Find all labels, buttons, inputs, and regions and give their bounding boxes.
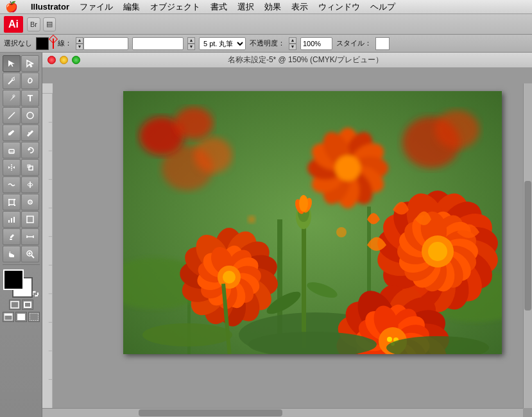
menu-edit[interactable]: 編集 bbox=[123, 1, 140, 13]
tool-row-9 bbox=[3, 194, 39, 210]
ruler-vertical bbox=[42, 94, 53, 408]
opacity-input[interactable] bbox=[300, 37, 332, 50]
svg-rect-21 bbox=[8, 205, 10, 206]
svg-rect-19 bbox=[8, 199, 10, 200]
measure-tool[interactable] bbox=[21, 228, 39, 245]
menu-help[interactable]: ヘルプ bbox=[370, 1, 395, 13]
stroke-down[interactable]: ▼ bbox=[76, 44, 83, 50]
horizontal-scrollbar[interactable] bbox=[42, 408, 523, 417]
menu-object[interactable]: オブジェクト bbox=[150, 1, 200, 13]
type-tool[interactable]: T bbox=[21, 90, 39, 106]
tool-row-7 bbox=[3, 159, 39, 176]
stroke-label: 線： bbox=[58, 38, 72, 48]
svg-rect-48 bbox=[30, 313, 39, 321]
canvas-content[interactable] bbox=[42, 68, 532, 417]
maximize-button[interactable] bbox=[72, 56, 80, 64]
menu-select[interactable]: 選択 bbox=[237, 1, 254, 13]
document-titlebar: 名称未設定-5* @ 150% (CMYK/プレビュー） bbox=[42, 53, 532, 68]
opacity-up[interactable]: ▲ bbox=[289, 37, 296, 44]
fill-color-swatch[interactable] bbox=[36, 37, 49, 50]
svg-marker-13 bbox=[13, 166, 15, 169]
mask-mode-icon[interactable] bbox=[22, 300, 33, 310]
svg-rect-44 bbox=[25, 303, 30, 307]
menu-view[interactable]: 表示 bbox=[291, 1, 308, 13]
opacity-down[interactable]: ▼ bbox=[289, 44, 296, 50]
screen-mode-3[interactable] bbox=[28, 312, 40, 322]
eyedropper-tool[interactable] bbox=[3, 228, 21, 245]
pen-tool[interactable] bbox=[3, 90, 21, 106]
minimize-button[interactable] bbox=[60, 56, 68, 64]
screen-mode-icons bbox=[3, 312, 40, 322]
free-transform-tool[interactable] bbox=[3, 194, 21, 210]
normal-mode-icon[interactable] bbox=[9, 300, 21, 310]
direct-selection-tool[interactable] bbox=[21, 55, 39, 72]
menu-window[interactable]: ウィンドウ bbox=[318, 1, 360, 13]
svg-point-7 bbox=[28, 132, 30, 133]
lasso-tool[interactable] bbox=[21, 72, 39, 89]
mode-icons bbox=[9, 300, 33, 310]
artboard-tool[interactable] bbox=[21, 211, 39, 228]
bridge-button[interactable]: Br bbox=[27, 17, 40, 31]
selection-tool[interactable] bbox=[3, 55, 21, 72]
svg-rect-46 bbox=[4, 314, 12, 316]
svg-point-141 bbox=[299, 195, 308, 212]
line-tool[interactable] bbox=[3, 107, 21, 124]
brush-down[interactable]: ▼ bbox=[187, 44, 195, 50]
brush-size-input[interactable] bbox=[132, 37, 184, 50]
hand-tool[interactable] bbox=[3, 246, 21, 262]
brush-select[interactable]: 5 pt. 丸筆 bbox=[199, 37, 246, 50]
workspace-button[interactable]: ▤ bbox=[43, 17, 56, 31]
stroke-up[interactable]: ▲ bbox=[76, 37, 83, 44]
menu-type[interactable]: 書式 bbox=[210, 1, 227, 13]
svg-line-39 bbox=[31, 255, 34, 258]
tool-row-2 bbox=[3, 72, 39, 89]
svg-rect-8 bbox=[9, 149, 14, 153]
svg-point-5 bbox=[27, 112, 33, 119]
stroke-input[interactable] bbox=[83, 37, 128, 50]
paintbrush-tool[interactable] bbox=[3, 124, 21, 141]
svg-rect-42 bbox=[11, 302, 19, 308]
tool-row-11 bbox=[3, 228, 39, 245]
ellipse-tool[interactable] bbox=[21, 107, 39, 124]
style-swatch[interactable] bbox=[375, 37, 390, 50]
width-tool[interactable] bbox=[21, 176, 39, 193]
horizontal-scroll-thumb[interactable] bbox=[139, 409, 283, 416]
warp-tool[interactable] bbox=[3, 176, 21, 193]
menu-bar: 🍎 Illustrator ファイル 編集 オブジェクト 書式 選択 効果 表示… bbox=[0, 0, 532, 14]
tool-row-6 bbox=[3, 142, 39, 158]
magic-wand-tool[interactable] bbox=[3, 72, 21, 89]
symbol-tool[interactable] bbox=[21, 194, 39, 210]
vertical-scrollbar[interactable] bbox=[523, 83, 532, 408]
svg-point-216 bbox=[142, 323, 232, 346]
eraser-tool[interactable] bbox=[3, 142, 21, 158]
svg-point-76 bbox=[434, 110, 479, 149]
svg-rect-31 bbox=[10, 239, 12, 240]
artboard[interactable] bbox=[123, 91, 502, 354]
tool-row-1 bbox=[3, 55, 39, 72]
svg-point-24 bbox=[30, 201, 31, 203]
reflect-tool[interactable] bbox=[3, 159, 21, 176]
zoom-tool[interactable] bbox=[21, 246, 39, 262]
screen-mode-1[interactable] bbox=[3, 312, 14, 322]
brush-up[interactable]: ▲ bbox=[187, 37, 195, 44]
svg-rect-26 bbox=[11, 218, 12, 223]
tool-row-12 bbox=[3, 246, 39, 262]
toolbox: T bbox=[0, 53, 42, 417]
menu-effect[interactable]: 効果 bbox=[264, 1, 281, 13]
menu-file[interactable]: ファイル bbox=[80, 1, 113, 13]
svg-point-3 bbox=[13, 95, 15, 97]
foreground-color[interactable] bbox=[3, 269, 24, 290]
rotate-tool[interactable] bbox=[21, 142, 39, 158]
graph-tool[interactable] bbox=[3, 211, 21, 228]
apple-menu[interactable]: 🍎 bbox=[5, 1, 18, 13]
pencil-tool[interactable] bbox=[21, 124, 39, 141]
color-swatches bbox=[3, 269, 39, 298]
vertical-scroll-thumb[interactable] bbox=[524, 181, 531, 311]
canvas-background bbox=[53, 78, 523, 408]
tool-row-4 bbox=[3, 107, 39, 124]
close-button[interactable] bbox=[47, 56, 56, 64]
scale-tool[interactable] bbox=[21, 159, 39, 176]
screen-mode-2[interactable] bbox=[15, 312, 27, 322]
document-title: 名称未設定-5* @ 150% (CMYK/プレビュー） bbox=[84, 55, 527, 65]
svg-point-171 bbox=[223, 271, 236, 284]
